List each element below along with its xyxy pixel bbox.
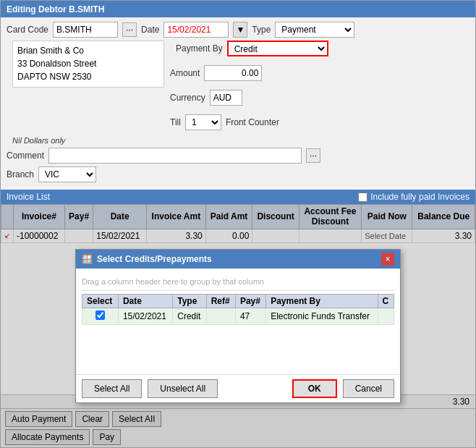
- modal-col-ref: Ref#: [206, 294, 235, 308]
- comment-row: Comment ···: [7, 148, 469, 164]
- comment-label: Comment: [7, 151, 44, 161]
- modal-row-pay: 47: [235, 308, 265, 324]
- title-bar: Editing Debtor B.SMITH: [1, 1, 475, 17]
- modal-ok-button[interactable]: OK: [292, 379, 337, 398]
- modal-window-icon: 🪟: [82, 254, 93, 264]
- address-line1: Brian Smith & Co: [17, 44, 159, 57]
- till-label: Till: [170, 117, 181, 127]
- payment-by-select[interactable]: Credit Cash Cheque Electronic Funds Tran…: [227, 41, 328, 56]
- modal-title-content: 🪟 Select Credits/Prepayments: [82, 254, 212, 264]
- date-input[interactable]: [163, 22, 229, 38]
- amount-row: Amount: [170, 65, 328, 81]
- currency-label: Currency: [170, 93, 205, 103]
- modal-col-date: Date: [118, 294, 172, 308]
- comment-dots-button[interactable]: ···: [306, 148, 320, 163]
- modal-col-pay: Pay#: [235, 294, 265, 308]
- modal-footer-right: OK Cancel: [292, 379, 394, 398]
- form-row-1: Card Code ··· Date ▼ Type Payment Receip…: [7, 22, 469, 38]
- modal-row-checkbox[interactable]: [95, 310, 105, 320]
- modal-row-type: Credit: [173, 308, 206, 324]
- modal-cancel-button[interactable]: Cancel: [343, 379, 394, 398]
- include-paid-checkbox[interactable]: [358, 193, 367, 202]
- modal-col-select: Select: [82, 294, 119, 308]
- modal-title: Select Credits/Prepayments: [97, 254, 212, 264]
- window-title: Editing Debtor B.SMITH: [7, 4, 104, 14]
- date-label: Date: [141, 25, 159, 35]
- modal-row-c: [378, 308, 394, 324]
- modal-row-select: [82, 308, 119, 324]
- modal-row-ref: [206, 308, 235, 324]
- modal-body: Drag a column header here to group by th…: [76, 269, 400, 374]
- modal-col-payment-by: Payment By: [266, 294, 378, 308]
- modal-group-hint: Drag a column header here to group by th…: [82, 274, 394, 291]
- currency-row: Currency: [170, 90, 328, 106]
- till-row: Till 123 Front Counter: [170, 114, 328, 130]
- amount-label: Amount: [170, 68, 200, 78]
- modal-title-bar: 🪟 Select Credits/Prepayments ×: [76, 250, 400, 269]
- card-code-input[interactable]: [53, 22, 118, 38]
- modal-footer-left: Select All Unselect All: [82, 379, 218, 398]
- modal-dialog: 🪟 Select Credits/Prepayments × Drag a co…: [75, 249, 401, 403]
- modal-close-button[interactable]: ×: [381, 253, 394, 266]
- till-select[interactable]: 123: [185, 114, 221, 130]
- comment-input[interactable]: [48, 148, 302, 164]
- amount-input[interactable]: [204, 65, 262, 81]
- modal-empty-space: [82, 325, 394, 368]
- main-window: Editing Debtor B.SMITH Card Code ··· Dat…: [0, 0, 476, 448]
- address-payment-row: Brian Smith & Co 33 Donaldson Street DAP…: [7, 41, 469, 133]
- invoice-list-title: Invoice List: [7, 192, 50, 202]
- payment-section: Payment By Credit Cash Cheque Electronic…: [170, 41, 328, 133]
- modal-col-c: C: [378, 294, 394, 308]
- type-label: Type: [252, 25, 271, 35]
- type-select[interactable]: Payment Receipt Credit: [275, 22, 354, 38]
- branch-select[interactable]: VICNSWQLD: [38, 166, 96, 182]
- modal-col-type: Type: [173, 294, 206, 308]
- modal-table: Select Date Type Ref# Pay# Payment By C: [82, 294, 394, 325]
- modal-overlay: 🪟 Select Credits/Prepayments × Drag a co…: [1, 204, 475, 447]
- payment-by-label: Payment By: [176, 43, 223, 54]
- payment-by-row: Payment By Credit Cash Cheque Electronic…: [170, 41, 328, 56]
- card-code-label: Card Code: [7, 25, 48, 35]
- address-line2: 33 Donaldson Street: [17, 57, 159, 70]
- card-code-dots-button[interactable]: ···: [122, 22, 137, 37]
- modal-table-row: 15/02/2021 Credit 47 Electronic Funds Tr…: [82, 308, 394, 324]
- branch-row: Branch VICNSWQLD: [7, 166, 469, 182]
- content-wrapper: Invoice# Pay# Date Invoice Amt Paid Amt …: [1, 204, 475, 447]
- invoice-list-header: Invoice List Include fully paid Invoices: [1, 190, 475, 204]
- modal-row-payment-by: Electronic Funds Transfer: [266, 308, 378, 324]
- currency-input[interactable]: [210, 90, 242, 106]
- modal-footer: Select All Unselect All OK Cancel: [76, 374, 400, 402]
- date-dropdown-icon[interactable]: ▼: [233, 22, 247, 38]
- modal-unselect-all-button[interactable]: Unselect All: [148, 379, 218, 398]
- form-area: Card Code ··· Date ▼ Type Payment Receip…: [1, 17, 475, 190]
- front-counter-label: Front Counter: [226, 117, 279, 127]
- modal-select-all-button[interactable]: Select All: [82, 379, 142, 398]
- branch-label: Branch: [7, 169, 34, 179]
- address-line3: DAPTO NSW 2530: [17, 70, 159, 83]
- nil-dollars-label: Nil Dollars only: [12, 136, 469, 145]
- address-box: Brian Smith & Co 33 Donaldson Street DAP…: [12, 41, 164, 88]
- modal-row-date: 15/02/2021: [118, 308, 172, 324]
- include-paid-label: Include fully paid Invoices: [358, 192, 469, 202]
- include-paid-text: Include fully paid Invoices: [370, 192, 469, 202]
